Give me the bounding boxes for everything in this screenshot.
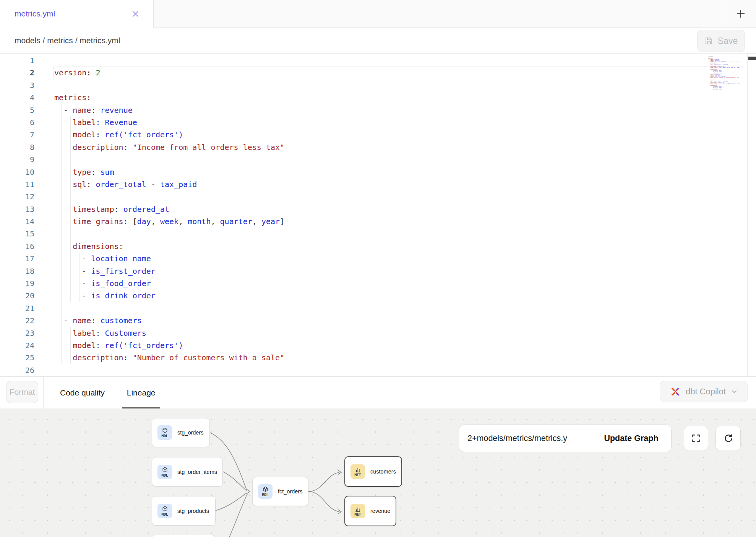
code-token: is_drink_order: [91, 291, 156, 300]
code-token: year: [737, 83, 740, 84]
badge-kind-label: MDL: [161, 434, 168, 438]
code-line[interactable]: - is_food_order: [54, 277, 706, 290]
code-token: description: [711, 77, 718, 78]
dbt-copilot-button[interactable]: dbt Copilot: [660, 381, 748, 402]
code-line[interactable]: dimensions:: [54, 240, 706, 252]
code-line[interactable]: - is_first_order: [54, 265, 706, 277]
code-token: order_total: [714, 81, 721, 81]
code-token: metrics: [54, 93, 86, 102]
code-line[interactable]: label: Revenue: [54, 116, 706, 129]
indent-guide: [61, 277, 62, 290]
code-lines[interactable]: version: 2metrics: - name: revenue label…: [54, 54, 706, 376]
code-line[interactable]: [54, 153, 706, 166]
code-token: description: [711, 62, 718, 62]
metric-badge: MET: [350, 464, 365, 479]
indent-guide: [70, 116, 71, 129]
line-number: 1: [0, 54, 34, 67]
lineage-node-stg_products[interactable]: MDLstg_products: [152, 496, 216, 526]
line-number: 22: [0, 314, 34, 327]
code-token: :: [123, 353, 133, 362]
indent-guide: [70, 327, 71, 339]
code-line[interactable]: sql: order_total - tax_paid: [54, 178, 706, 190]
indent-guide: [61, 129, 62, 141]
metric-chart-icon: [355, 506, 361, 512]
code-token: :: [91, 168, 100, 177]
code-token: :: [86, 68, 96, 77]
code-token: "Income from all orders less tax": [719, 62, 740, 62]
code-line[interactable]: type: sum: [54, 166, 706, 178]
code-token: location_name: [91, 254, 151, 263]
code-line[interactable]: [54, 79, 706, 91]
code-token: sum: [100, 168, 114, 177]
code-line[interactable]: model: ref('fct_orders'): [54, 339, 706, 351]
code-line[interactable]: [54, 190, 706, 203]
lineage-selector-input[interactable]: [459, 425, 591, 452]
code-line[interactable]: [54, 228, 706, 240]
code-line[interactable]: - name: customers: [54, 314, 706, 327]
code-line[interactable]: [54, 302, 706, 314]
ide-window: metrics.yml models / metrics / metrics.y…: [0, 0, 756, 537]
code-line[interactable]: - name: revenue: [54, 104, 706, 116]
code-token: -: [146, 180, 160, 189]
copilot-label: dbt Copilot: [686, 387, 726, 397]
lineage-node-partial[interactable]: [152, 535, 215, 537]
line-number: 5: [0, 104, 34, 116]
save-label: Save: [718, 36, 738, 46]
code-token: [54, 205, 73, 214]
code-token: tax_paid: [723, 64, 728, 65]
copilot-sparkle-icon: [670, 386, 681, 397]
code-line[interactable]: metrics:: [54, 91, 706, 104]
lineage-node-revenue[interactable]: METrevenue: [344, 496, 396, 526]
code-line[interactable]: description: "Number of customers with a…: [54, 351, 706, 364]
line-number: 26: [0, 364, 34, 376]
code-line[interactable]: time_grains: [day, week, month, quarter,…: [54, 215, 706, 228]
indent-guide: [70, 141, 71, 153]
save-button[interactable]: Save: [697, 30, 745, 52]
new-tab-button[interactable]: [731, 5, 751, 22]
update-graph-button[interactable]: Update Graph: [591, 425, 671, 452]
code-line[interactable]: [54, 364, 706, 376]
editor-divider: [747, 54, 748, 376]
code-token: 2: [96, 68, 100, 77]
indent-guide: [61, 252, 62, 265]
node-label: stg_order_items: [177, 469, 217, 475]
code-line[interactable]: description: "Income from all orders les…: [54, 141, 706, 153]
code-line[interactable]: - location_name: [54, 252, 706, 265]
node-label: stg_products: [177, 508, 209, 514]
code-token: description: [73, 143, 123, 152]
lineage-node-stg_orders[interactable]: MDLstg_orders: [152, 418, 210, 447]
fullscreen-button[interactable]: [684, 426, 708, 451]
minimap-line: description: "Number of customers with a…: [708, 77, 745, 78]
code-line[interactable]: - is_drink_order: [54, 290, 706, 302]
lineage-node-customers[interactable]: METcustomers: [344, 456, 402, 487]
tab-code-quality[interactable]: Code quality: [55, 377, 109, 408]
tab-lineage[interactable]: Lineage: [122, 377, 160, 408]
indent-guide: [61, 190, 62, 203]
minimap[interactable]: version: 2metrics: - name: revenue label…: [708, 55, 745, 98]
tab-metrics-yml[interactable]: metrics.yml: [0, 0, 154, 28]
format-button[interactable]: Format: [6, 381, 38, 403]
indent-guide: [79, 290, 80, 302]
lineage-node-fct_orders[interactable]: MDLfct_orders: [252, 477, 308, 506]
toolbar-divider: [43, 377, 44, 408]
code-line[interactable]: [54, 54, 706, 67]
lineage-node-stg_order_items[interactable]: MDLstg_order_items: [152, 457, 223, 487]
scrollbar-thumb[interactable]: [748, 57, 756, 60]
metric-chart-icon: [355, 467, 361, 473]
code-line[interactable]: label: Customers: [54, 327, 706, 339]
code-token: -: [54, 106, 73, 115]
lineage-canvas[interactable]: MDLstg_ordersMDLstg_order_itemsMDLstg_pr…: [0, 408, 756, 537]
code-token: time_grains: [711, 67, 718, 68]
code-line[interactable]: model: ref('fct_orders'): [54, 129, 706, 141]
line-number: 4: [0, 91, 34, 104]
code-editor[interactable]: 1234567891011121314151617181920212223242…: [0, 54, 756, 376]
node-label: fct_orders: [278, 488, 302, 495]
tab-label: metrics.yml: [15, 9, 55, 18]
code-line[interactable]: version: 2: [54, 67, 706, 79]
line-number: 14: [0, 215, 34, 228]
close-tab-button[interactable]: [131, 10, 140, 18]
refresh-button[interactable]: [715, 426, 741, 451]
code-line[interactable]: timestamp: ordered_at: [54, 203, 706, 215]
code-token: ref('fct_orders'): [105, 341, 183, 350]
code-token: [708, 64, 711, 65]
